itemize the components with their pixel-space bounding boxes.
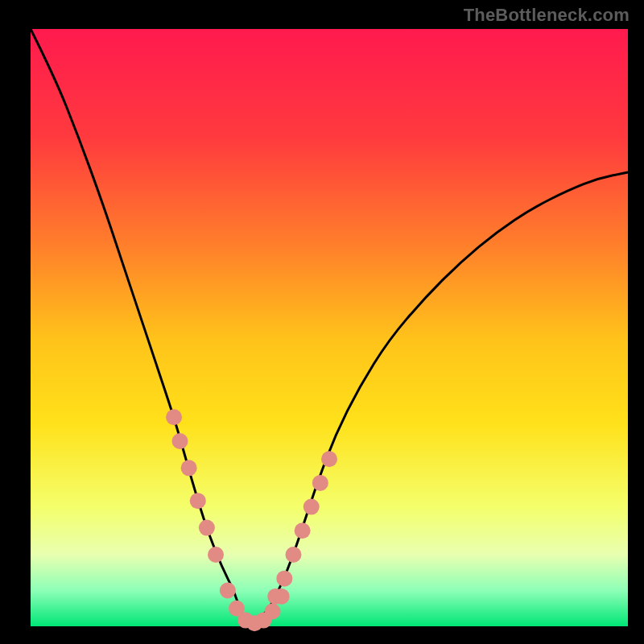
gradient-background: [31, 29, 628, 626]
marker-dot: [321, 451, 337, 467]
marker-dot: [181, 460, 197, 476]
marker-dot: [295, 522, 311, 539]
marker-dot: [303, 499, 320, 515]
marker-dot: [166, 409, 182, 425]
marker-dot: [190, 493, 206, 509]
marker-dot: [265, 603, 281, 619]
marker-dot: [220, 582, 236, 598]
chart-svg: [0, 0, 644, 644]
marker-dot: [199, 520, 215, 536]
marker-dot: [208, 547, 224, 563]
marker-dot: [267, 588, 283, 605]
marker-dot: [172, 433, 188, 449]
marker-dot: [312, 475, 328, 491]
chart-container: TheBottleneck.com: [0, 0, 644, 644]
marker-dot: [276, 571, 292, 587]
marker-dot: [285, 547, 301, 563]
